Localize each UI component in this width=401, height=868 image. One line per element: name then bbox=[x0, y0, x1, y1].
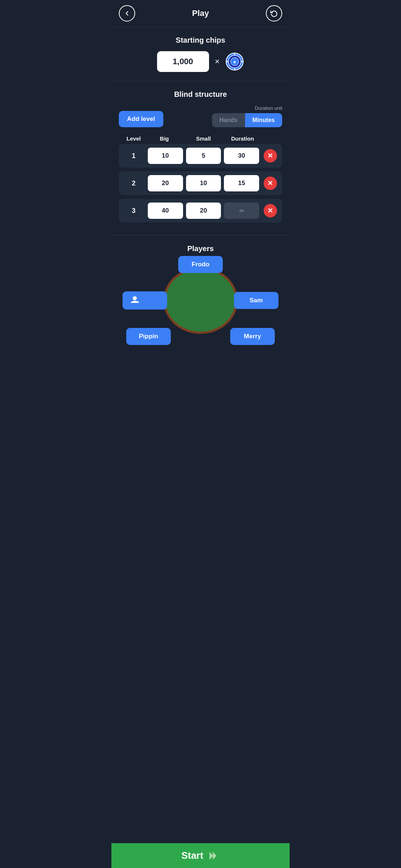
player-merry-button[interactable]: Merry bbox=[230, 328, 275, 345]
reset-button[interactable] bbox=[266, 5, 282, 22]
start-bar[interactable]: Start bbox=[111, 843, 290, 868]
players-section: Players Frodo + Sam Pippin Merry bbox=[111, 236, 290, 843]
chips-input[interactable] bbox=[157, 51, 209, 72]
duration-unit-label: Duration unit bbox=[255, 105, 282, 111]
add-player-icon: + bbox=[131, 296, 139, 305]
player-sam-button[interactable]: Sam bbox=[234, 292, 278, 309]
duration-unit-group: Duration unit Hands Minutes bbox=[212, 105, 282, 127]
big-blind-input[interactable] bbox=[148, 148, 183, 164]
chip-icon: ♠ bbox=[225, 52, 244, 71]
blind-structure-title: Blind structure bbox=[119, 90, 282, 99]
chips-row: × ♠ bbox=[119, 51, 282, 72]
svg-text:+: + bbox=[137, 300, 139, 303]
col-level: Level bbox=[123, 135, 145, 142]
blind-rows-container: 1 ✕ 2 ✕ 3 ✕ bbox=[119, 144, 282, 223]
col-duration: Duration bbox=[223, 135, 262, 142]
starting-chips-title: Starting chips bbox=[119, 36, 282, 45]
svg-text:♠: ♠ bbox=[234, 59, 236, 65]
small-blind-input[interactable] bbox=[186, 203, 221, 219]
delete-level-button[interactable]: ✕ bbox=[264, 204, 277, 217]
header: Play bbox=[111, 0, 290, 27]
svg-marker-10 bbox=[213, 852, 216, 860]
hands-toggle-button[interactable]: Hands bbox=[212, 113, 245, 127]
small-blind-input[interactable] bbox=[186, 175, 221, 191]
start-label: Start bbox=[181, 850, 203, 861]
add-player-button[interactable]: + bbox=[123, 292, 167, 310]
starting-chips-section: Starting chips × ♠ bbox=[111, 27, 290, 81]
blind-row: 1 ✕ bbox=[119, 144, 282, 168]
blind-row: 2 ✕ bbox=[119, 171, 282, 195]
poker-table-container: Frodo + Sam Pippin Merry bbox=[149, 260, 252, 341]
level-number: 2 bbox=[123, 180, 145, 187]
big-blind-input[interactable] bbox=[148, 203, 183, 219]
multiply-symbol: × bbox=[215, 57, 220, 66]
player-frodo-button[interactable]: Frodo bbox=[178, 256, 223, 273]
big-blind-input[interactable] bbox=[148, 175, 183, 191]
blind-row: 3 ✕ bbox=[119, 199, 282, 223]
poker-table bbox=[163, 267, 238, 334]
col-small: Small bbox=[184, 135, 223, 142]
delete-level-button[interactable]: ✕ bbox=[264, 149, 277, 162]
play-icon bbox=[209, 852, 220, 860]
duration-input[interactable] bbox=[224, 148, 259, 164]
players-title: Players bbox=[119, 244, 282, 253]
small-blind-input[interactable] bbox=[186, 148, 221, 164]
add-level-button[interactable]: Add level bbox=[119, 111, 163, 127]
page-title: Play bbox=[192, 9, 209, 18]
delete-level-button[interactable]: ✕ bbox=[264, 177, 277, 190]
level-number: 3 bbox=[123, 207, 145, 215]
col-big: Big bbox=[145, 135, 184, 142]
blind-table-header: Level Big Small Duration bbox=[119, 133, 282, 144]
svg-marker-9 bbox=[209, 852, 213, 860]
player-pippin-button[interactable]: Pippin bbox=[126, 328, 171, 345]
blind-structure-section: Blind structure Add level Duration unit … bbox=[111, 81, 290, 236]
minutes-toggle-button[interactable]: Minutes bbox=[245, 113, 282, 127]
blind-controls: Add level Duration unit Hands Minutes bbox=[119, 105, 282, 127]
level-number: 1 bbox=[123, 152, 145, 160]
duration-input[interactable] bbox=[224, 203, 259, 219]
duration-input[interactable] bbox=[224, 175, 259, 191]
back-button[interactable] bbox=[119, 5, 135, 22]
duration-toggle: Hands Minutes bbox=[212, 113, 282, 127]
